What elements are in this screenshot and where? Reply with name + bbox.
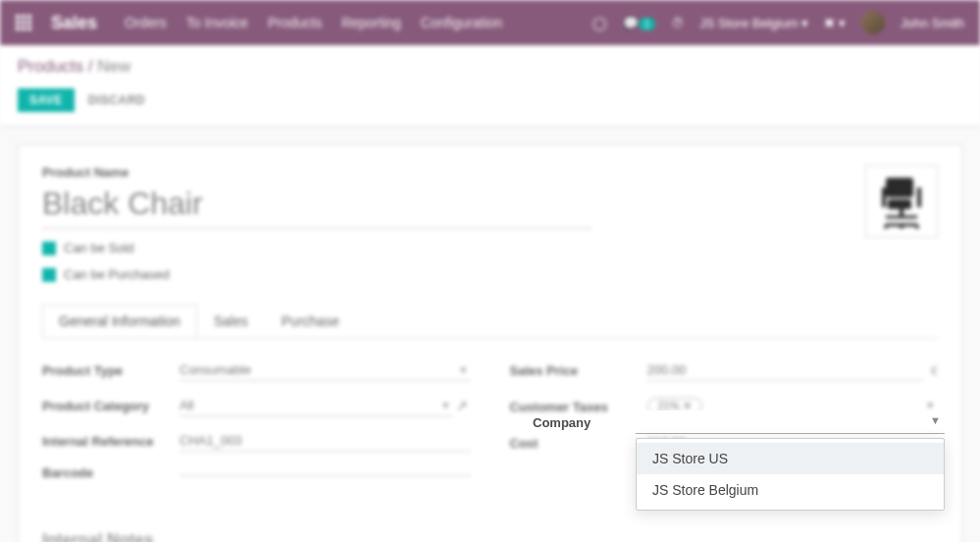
avatar[interactable] bbox=[861, 11, 885, 34]
sales-price-label: Sales Price bbox=[510, 363, 647, 378]
company-field-focus: Company ▼ JS Store US JS Store Belgium bbox=[533, 410, 945, 434]
breadcrumb-current: New bbox=[97, 57, 130, 76]
internal-reference-label: Internal Reference bbox=[42, 434, 180, 449]
product-category-input[interactable]: All bbox=[180, 395, 453, 416]
nav-configuration[interactable]: Configuration bbox=[421, 15, 502, 30]
app-title: Sales bbox=[51, 13, 97, 33]
internal-reference-input[interactable]: CHA1_003 bbox=[180, 430, 471, 452]
svg-point-7 bbox=[884, 225, 888, 229]
currency-symbol: € bbox=[931, 363, 938, 378]
svg-rect-0 bbox=[886, 178, 913, 197]
apps-grid-icon[interactable] bbox=[16, 15, 31, 30]
product-category-label: Product Category bbox=[42, 399, 180, 413]
breadcrumb: Products / New bbox=[18, 57, 962, 77]
chat-icon[interactable]: 💬1 bbox=[623, 16, 656, 30]
product-image[interactable] bbox=[865, 165, 938, 238]
tab-purchase[interactable]: Purchase bbox=[265, 304, 356, 338]
control-panel: Products / New SAVE DISCARD bbox=[0, 45, 980, 127]
barcode-label: Barcode bbox=[42, 465, 180, 480]
debug-menu[interactable]: ✖ ▾ bbox=[824, 16, 846, 30]
user-name[interactable]: John Smith bbox=[901, 16, 964, 30]
can-be-purchased-checkbox[interactable] bbox=[42, 268, 56, 282]
chevron-down-icon[interactable]: ▼ bbox=[930, 414, 941, 426]
company-dropdown: JS Store US JS Store Belgium bbox=[636, 438, 945, 511]
topbar: Sales Orders To Invoice Products Reporti… bbox=[0, 0, 980, 45]
product-name-label: Product Name bbox=[42, 165, 842, 180]
company-label: Company bbox=[533, 415, 636, 430]
can-be-purchased-label: Can be Purchased bbox=[64, 267, 170, 282]
company-switcher[interactable]: JS Store Belgium ▾ bbox=[699, 16, 808, 30]
product-type-input[interactable]: Consumable bbox=[180, 359, 471, 381]
tab-general[interactable]: General Information bbox=[42, 304, 197, 338]
can-be-sold-checkbox[interactable] bbox=[42, 242, 56, 255]
sales-price-input[interactable]: 200.00 bbox=[647, 359, 923, 381]
company-option-us[interactable]: JS Store US bbox=[637, 443, 944, 474]
svg-rect-1 bbox=[888, 199, 911, 209]
nav-orders[interactable]: Orders bbox=[125, 15, 167, 30]
breadcrumb-root[interactable]: Products bbox=[18, 57, 83, 76]
cost-label: Cost bbox=[510, 436, 647, 451]
svg-rect-2 bbox=[882, 188, 886, 207]
svg-point-8 bbox=[915, 225, 919, 229]
chat-count-badge: 1 bbox=[639, 18, 656, 30]
nav-products[interactable]: Products bbox=[268, 15, 322, 30]
top-nav: Orders To Invoice Products Reporting Con… bbox=[125, 15, 502, 30]
tabs: General Information Sales Purchase bbox=[42, 304, 938, 339]
internal-notes-heading: Internal Notes bbox=[42, 530, 938, 542]
company-input[interactable] bbox=[636, 410, 945, 434]
barcode-input[interactable] bbox=[180, 469, 471, 476]
discard-button[interactable]: DISCARD bbox=[88, 93, 145, 107]
can-be-sold-label: Can be Sold bbox=[64, 241, 134, 255]
company-option-belgium[interactable]: JS Store Belgium bbox=[637, 474, 944, 506]
help-icon[interactable]: ◯ bbox=[593, 16, 607, 30]
nav-to-invoice[interactable]: To Invoice bbox=[186, 15, 248, 30]
save-button[interactable]: SAVE bbox=[18, 88, 75, 112]
nav-reporting[interactable]: Reporting bbox=[341, 15, 401, 30]
svg-rect-3 bbox=[917, 188, 921, 207]
activity-icon[interactable]: ⏱ bbox=[671, 16, 684, 30]
product-name-input[interactable]: Black Chair bbox=[42, 184, 592, 229]
product-type-label: Product Type bbox=[42, 363, 180, 378]
external-link-icon[interactable]: ↗ bbox=[453, 398, 471, 413]
svg-point-9 bbox=[900, 225, 903, 229]
tab-sales[interactable]: Sales bbox=[197, 304, 265, 338]
